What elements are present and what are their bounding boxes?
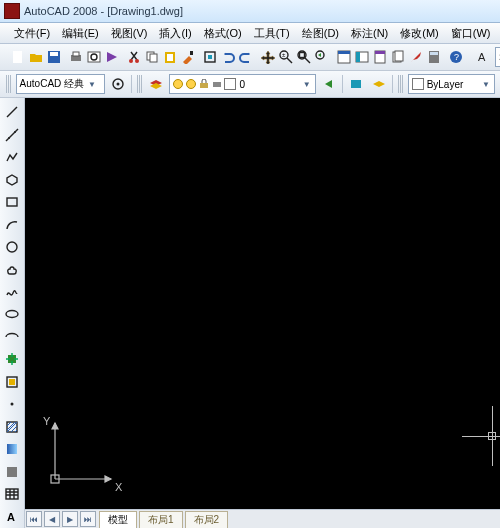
insert-block-button[interactable] [1,349,23,369]
workspace-toolbar: AutoCAD 经典 ▼ 0 ▼ ByLayer ▼ [0,71,500,98]
new-button[interactable] [10,46,26,68]
spline-button[interactable] [1,282,23,302]
svg-rect-42 [7,198,17,206]
line-button[interactable] [1,102,23,122]
tab-prev-button[interactable]: ◀ [44,511,60,527]
menu-file[interactable]: 文件(F) [8,24,56,43]
svg-rect-16 [208,55,212,59]
text-style-button[interactable]: A [476,46,492,68]
tab-first-button[interactable]: ⏮ [26,511,42,527]
draw-toolbar: A [0,98,25,528]
svg-rect-14 [190,51,193,55]
svg-text:±: ± [282,52,286,58]
layer-iso-button[interactable] [369,73,389,95]
grip[interactable] [137,75,142,93]
zoom-realtime-button[interactable]: ± [278,46,294,68]
make-block-button[interactable] [1,372,23,392]
menu-draw[interactable]: 绘图(D) [296,24,345,43]
layer-previous-button[interactable] [319,73,339,95]
title-bar: AutoCAD 2008 - [Drawing1.dwg] [0,0,500,23]
svg-point-44 [6,311,18,318]
svg-point-40 [8,137,10,139]
menu-help[interactable]: 帮助(H) [497,24,501,43]
color-combo[interactable]: ByLayer ▼ [408,74,495,94]
canvas-area: Y X ⏮ ◀ ▶ ⏭ 模型 布局1 [25,98,500,528]
tab-layout1[interactable]: 布局1 [139,511,183,528]
plot-preview-button[interactable] [86,46,102,68]
menu-format[interactable]: 格式(O) [198,24,248,43]
sheet-set-button[interactable] [390,46,406,68]
print-button[interactable] [68,46,84,68]
gradient-button[interactable] [1,439,23,459]
save-button[interactable] [46,46,62,68]
rectangle-button[interactable] [1,192,23,212]
region-button[interactable] [1,462,23,482]
color-value: ByLayer [427,79,464,90]
layer-combo[interactable]: 0 ▼ [169,74,315,94]
menu-view[interactable]: 视图(V) [105,24,154,43]
mtext-button[interactable]: A [1,506,23,526]
tool-palettes-button[interactable] [372,46,388,68]
layer-state-button[interactable] [346,73,366,95]
drawing-canvas[interactable]: Y X [25,98,500,509]
svg-rect-50 [7,467,17,477]
properties-button[interactable] [336,46,352,68]
copy-button[interactable] [144,46,160,68]
help-button[interactable]: ? [448,46,464,68]
bulb-icon [173,79,183,89]
svg-rect-29 [395,51,403,61]
ellipse-arc-button[interactable] [1,327,23,347]
zoom-window-button[interactable] [296,46,312,68]
tab-layout2[interactable]: 布局2 [185,511,229,528]
svg-rect-20 [300,53,305,58]
cut-button[interactable] [126,46,142,68]
svg-rect-51 [6,489,18,499]
grip[interactable] [398,75,403,93]
undo-button[interactable] [220,46,236,68]
workspace-settings-button[interactable] [108,73,128,95]
tab-next-button[interactable]: ▶ [62,511,78,527]
block-editor-button[interactable] [202,46,218,68]
paste-button[interactable] [162,46,178,68]
revcloud-button[interactable] [1,259,23,279]
polygon-button[interactable] [1,169,23,189]
svg-rect-13 [167,54,173,61]
zoom-previous-button[interactable] [314,46,330,68]
menu-dimension[interactable]: 标注(N) [345,24,394,43]
svg-text:A: A [7,511,15,523]
markup-button[interactable] [408,46,424,68]
chevron-down-icon: ▼ [87,80,97,89]
text-style-combo[interactable]: Standard ▼ [495,47,500,67]
menu-modify[interactable]: 修改(M) [394,24,445,43]
arc-button[interactable] [1,214,23,234]
tab-last-button[interactable]: ⏭ [80,511,96,527]
table-button[interactable] [1,484,23,504]
point-button[interactable] [1,394,23,414]
tab-model[interactable]: 模型 [99,511,137,528]
open-button[interactable] [28,46,44,68]
hatch-button[interactable] [1,417,23,437]
menu-edit[interactable]: 编辑(E) [56,24,105,43]
menu-tools[interactable]: 工具(T) [248,24,296,43]
quick-calc-button[interactable] [426,46,442,68]
svg-rect-1 [13,51,22,63]
ellipse-button[interactable] [1,304,23,324]
menu-insert[interactable]: 插入(I) [153,24,197,43]
publish-button[interactable] [104,46,120,68]
svg-rect-39 [351,80,361,88]
match-prop-button[interactable] [180,46,196,68]
svg-text:?: ? [454,52,459,62]
menu-window[interactable]: 窗口(W) [445,24,497,43]
design-center-button[interactable] [354,46,370,68]
svg-point-47 [11,403,14,406]
layer-props-button[interactable] [146,73,166,95]
svg-rect-3 [50,52,58,56]
grip[interactable] [6,75,11,93]
svg-rect-5 [73,52,79,56]
xline-button[interactable] [1,124,23,144]
redo-button[interactable] [238,46,254,68]
polyline-button[interactable] [1,147,23,167]
workspace-combo[interactable]: AutoCAD 经典 ▼ [16,74,105,94]
pan-button[interactable] [260,46,276,68]
circle-button[interactable] [1,237,23,257]
